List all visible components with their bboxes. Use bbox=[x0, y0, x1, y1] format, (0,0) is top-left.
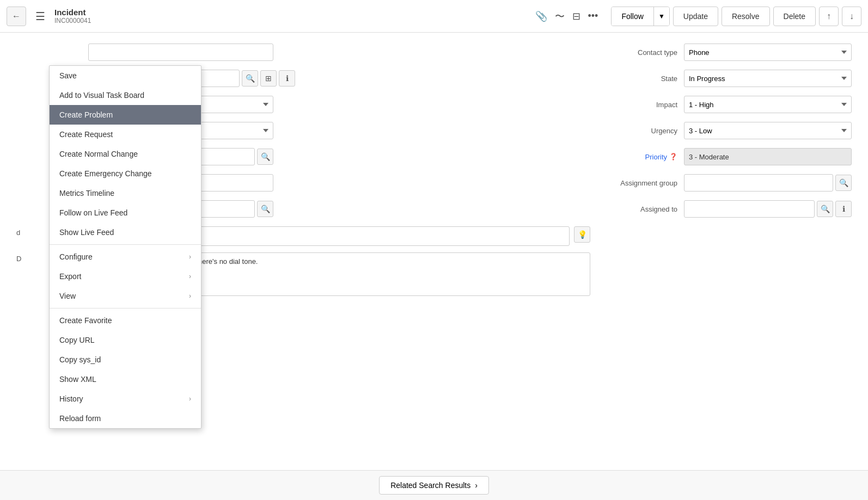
navigate-up-button[interactable]: ↑ bbox=[819, 7, 839, 26]
menu-item-label-metrics-timeline: Metrics Timeline bbox=[59, 189, 114, 197]
related-search-button[interactable]: Related Search Results › bbox=[379, 476, 489, 495]
attach-icon[interactable]: 📎 bbox=[535, 10, 547, 22]
urgency-label: Urgency bbox=[601, 127, 677, 135]
delete-button[interactable]: Delete bbox=[773, 7, 816, 26]
assigned-to-input-group: ITIL User 🔍 ℹ bbox=[684, 200, 852, 218]
priority-value: 3 - Moderate bbox=[684, 148, 852, 165]
menu-item-create-normal-change[interactable]: Create Normal Change bbox=[50, 144, 201, 164]
related-search-label: Related Search Results bbox=[390, 481, 470, 490]
contact-type-row: Contact type Phone bbox=[601, 44, 852, 61]
bottom-bar: Related Search Results › bbox=[0, 470, 868, 500]
menu-item-label-history: History bbox=[59, 394, 83, 403]
page-title: Incident bbox=[54, 8, 91, 17]
activity-icon[interactable]: 〜 bbox=[555, 10, 565, 23]
menu-item-arrow-configure: › bbox=[189, 253, 191, 261]
incident-id: INC0000041 bbox=[54, 17, 91, 24]
toolbar-left: ← ☰ bbox=[7, 7, 50, 26]
menu-item-view[interactable]: View› bbox=[50, 286, 201, 306]
menu-divider-create-favorite bbox=[50, 308, 201, 308]
menu-item-label-save: Save bbox=[59, 71, 77, 80]
short-desc-bulb-icon[interactable]: 💡 bbox=[574, 226, 590, 243]
assigned-to-search-icon[interactable]: 🔍 bbox=[817, 201, 833, 217]
menu-item-history[interactable]: History› bbox=[50, 389, 201, 409]
menu-item-arrow-view: › bbox=[189, 292, 191, 300]
menu-item-create-favorite[interactable]: Create Favorite bbox=[50, 311, 201, 330]
follow-button-group: Follow ▼ bbox=[611, 7, 669, 26]
update-button[interactable]: Update bbox=[673, 7, 718, 26]
menu-item-create-emergency-change[interactable]: Create Emergency Change bbox=[50, 164, 201, 183]
caller-ref-icon[interactable]: ⊞ bbox=[260, 70, 277, 87]
urgency-row: Urgency 3 - Low bbox=[601, 122, 852, 139]
state-row: State In Progress bbox=[601, 70, 852, 87]
context-menu: SaveAdd to Visual Task BoardCreate Probl… bbox=[49, 65, 201, 429]
related-search-arrow: › bbox=[475, 481, 478, 490]
hamburger-button[interactable]: ☰ bbox=[30, 7, 50, 26]
contact-type-select[interactable]: Phone bbox=[684, 44, 852, 61]
menu-item-follow-live-feed[interactable]: Follow on Live Feed bbox=[50, 203, 201, 223]
resolve-button[interactable]: Resolve bbox=[722, 7, 770, 26]
business-service-search-icon[interactable]: 🔍 bbox=[257, 149, 273, 165]
toolbar-icons: 📎 〜 ⊟ ••• bbox=[535, 10, 598, 23]
menu-item-label-configure: Configure bbox=[59, 252, 93, 261]
assigned-to-label: Assigned to bbox=[601, 205, 677, 213]
assignment-group-input[interactable] bbox=[684, 174, 833, 192]
menu-item-create-request[interactable]: Create Request bbox=[50, 125, 201, 144]
urgency-select[interactable]: 3 - Low bbox=[684, 122, 852, 139]
menu-item-create-problem[interactable]: Create Problem bbox=[50, 105, 201, 125]
menu-item-add-visual-task-board[interactable]: Add to Visual Task Board bbox=[50, 85, 201, 105]
menu-item-show-live-feed[interactable]: Show Live Feed bbox=[50, 223, 201, 242]
configure-search-icon[interactable]: 🔍 bbox=[257, 201, 273, 217]
menu-item-label-create-emergency-change: Create Emergency Change bbox=[59, 169, 152, 178]
form-right: Contact type Phone State In Progress Imp… bbox=[590, 44, 852, 303]
menu-item-label-copy-sysid: Copy sys_id bbox=[59, 355, 101, 364]
priority-link[interactable]: Priority bbox=[645, 153, 667, 161]
menu-item-export[interactable]: Export› bbox=[50, 267, 201, 286]
menu-divider-configure bbox=[50, 244, 201, 245]
caller-info-icon[interactable]: ℹ bbox=[279, 70, 295, 87]
sliders-icon[interactable]: ⊟ bbox=[572, 10, 580, 22]
menu-item-show-xml[interactable]: Show XML bbox=[50, 369, 201, 389]
caller-search-icon[interactable]: 🔍 bbox=[242, 70, 258, 87]
menu-item-reload-form[interactable]: Reload form bbox=[50, 409, 201, 428]
state-select[interactable]: In Progress bbox=[684, 70, 852, 87]
menu-item-label-reload-form: Reload form bbox=[59, 414, 101, 423]
impact-select[interactable]: 1 - High bbox=[684, 96, 852, 113]
menu-item-metrics-timeline[interactable]: Metrics Timeline bbox=[50, 183, 201, 203]
assignment-group-label: Assignment group bbox=[601, 179, 677, 187]
assignment-group-search-icon[interactable]: 🔍 bbox=[835, 175, 852, 191]
menu-item-label-view: View bbox=[59, 292, 76, 300]
menu-item-save[interactable]: Save bbox=[50, 66, 201, 85]
number-row bbox=[16, 44, 590, 61]
state-label: State bbox=[601, 75, 677, 83]
navigate-down-button[interactable]: ↓ bbox=[842, 7, 861, 26]
follow-dropdown-button[interactable]: ▼ bbox=[654, 7, 669, 26]
title-area: Incident INC0000041 bbox=[54, 8, 91, 24]
priority-row: Priority ❓ 3 - Moderate bbox=[601, 148, 852, 165]
contact-type-label: Contact type bbox=[601, 48, 677, 57]
menu-item-arrow-export: › bbox=[189, 273, 191, 280]
menu-item-arrow-history: › bbox=[189, 395, 191, 403]
impact-label: Impact bbox=[601, 101, 677, 109]
menu-item-label-add-visual-task-board: Add to Visual Task Board bbox=[59, 91, 144, 100]
back-button[interactable]: ← bbox=[7, 7, 26, 26]
menu-item-copy-url[interactable]: Copy URL bbox=[50, 330, 201, 350]
menu-item-label-create-problem: Create Problem bbox=[59, 110, 113, 119]
menu-item-copy-sysid[interactable]: Copy sys_id bbox=[50, 350, 201, 369]
assignment-group-input-group: 🔍 bbox=[684, 174, 852, 192]
priority-help-icon[interactable]: ❓ bbox=[669, 153, 677, 161]
menu-item-label-create-favorite: Create Favorite bbox=[59, 316, 112, 325]
toolbar-actions: Follow ▼ Update Resolve Delete ↑ ↓ bbox=[611, 7, 861, 26]
number-input[interactable] bbox=[88, 44, 273, 61]
menu-item-configure[interactable]: Configure› bbox=[50, 247, 201, 267]
assigned-to-info-icon[interactable]: ℹ bbox=[835, 201, 852, 217]
assigned-to-input[interactable]: ITIL User bbox=[684, 200, 815, 218]
follow-button[interactable]: Follow bbox=[612, 7, 653, 26]
impact-row: Impact 1 - High bbox=[601, 96, 852, 113]
menu-item-label-create-normal-change: Create Normal Change bbox=[59, 150, 138, 158]
priority-label-group: Priority ❓ bbox=[601, 153, 677, 161]
menu-item-label-export: Export bbox=[59, 272, 81, 281]
assignment-group-row: Assignment group 🔍 bbox=[601, 174, 852, 192]
toolbar: ← ☰ Incident INC0000041 📎 〜 ⊟ ••• Follow… bbox=[0, 0, 868, 33]
menu-item-label-show-live-feed: Show Live Feed bbox=[59, 228, 114, 237]
more-icon[interactable]: ••• bbox=[588, 10, 598, 22]
